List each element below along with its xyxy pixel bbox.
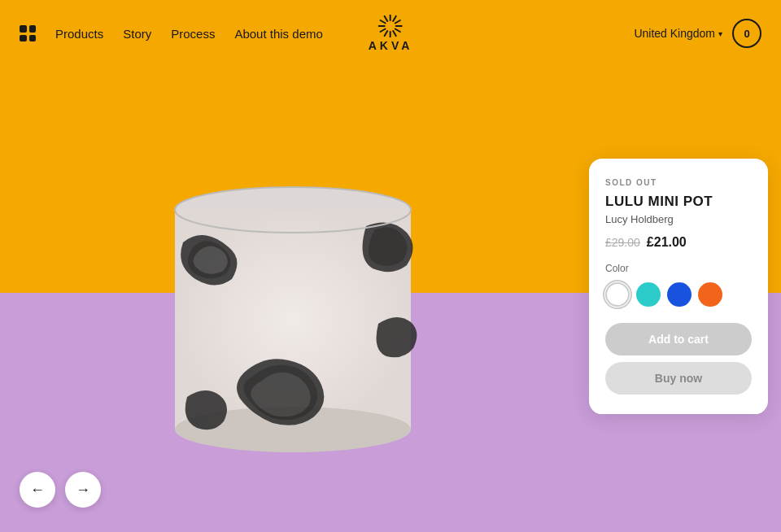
- svg-line-10: [381, 20, 386, 24]
- prev-arrow[interactable]: ←: [20, 472, 55, 508]
- buy-now-button[interactable]: Buy now: [605, 362, 752, 395]
- navbar: Products Story Process About this demo A…: [0, 0, 781, 67]
- region-label: United Kingdom: [634, 27, 715, 40]
- nav-right: United Kingdom ▾ 0: [634, 19, 761, 48]
- nav-about[interactable]: About this demo: [234, 27, 322, 41]
- logo-text: AKVA: [369, 39, 413, 52]
- color-orange[interactable]: [698, 282, 722, 307]
- color-blue[interactable]: [667, 282, 692, 307]
- product-artist: Lucy Holdberg: [605, 213, 752, 225]
- price-original: £29.00: [605, 236, 640, 249]
- product-name: LULU MINI POT: [605, 194, 752, 210]
- image-navigation: ← →: [20, 472, 101, 508]
- svg-line-11: [385, 16, 388, 21]
- logo-icon: [373, 15, 408, 37]
- nav-process[interactable]: Process: [171, 27, 215, 41]
- nav-story[interactable]: Story: [123, 27, 151, 41]
- price-sale: £21.00: [647, 235, 687, 250]
- svg-line-4: [395, 29, 400, 33]
- price-row: £29.00 £21.00: [605, 235, 752, 250]
- nav-left: Products Story Process About this demo: [20, 25, 323, 41]
- sold-out-badge: SOLD OUT: [605, 178, 752, 187]
- color-white[interactable]: [605, 282, 630, 307]
- product-image-area: [0, 67, 586, 532]
- region-selector[interactable]: United Kingdom ▾: [634, 27, 722, 40]
- next-arrow[interactable]: →: [65, 472, 101, 508]
- color-options: [605, 282, 752, 307]
- chevron-down-icon: ▾: [718, 29, 722, 38]
- svg-line-8: [381, 29, 386, 33]
- nav-products[interactable]: Products: [55, 27, 103, 41]
- svg-line-5: [393, 31, 396, 36]
- product-card: SOLD OUT LULU MINI POT Lucy Holdberg £29…: [589, 159, 768, 414]
- cart-button[interactable]: 0: [732, 19, 761, 48]
- logo[interactable]: AKVA: [369, 15, 413, 52]
- grid-icon: [20, 25, 36, 41]
- svg-line-1: [393, 16, 396, 21]
- svg-line-2: [395, 20, 400, 24]
- pot-svg: [138, 145, 447, 486]
- color-teal[interactable]: [636, 282, 661, 307]
- add-to-cart-button[interactable]: Add to cart: [605, 323, 752, 355]
- color-label: Color: [605, 263, 752, 274]
- svg-line-7: [385, 31, 388, 36]
- product-image: [138, 145, 447, 486]
